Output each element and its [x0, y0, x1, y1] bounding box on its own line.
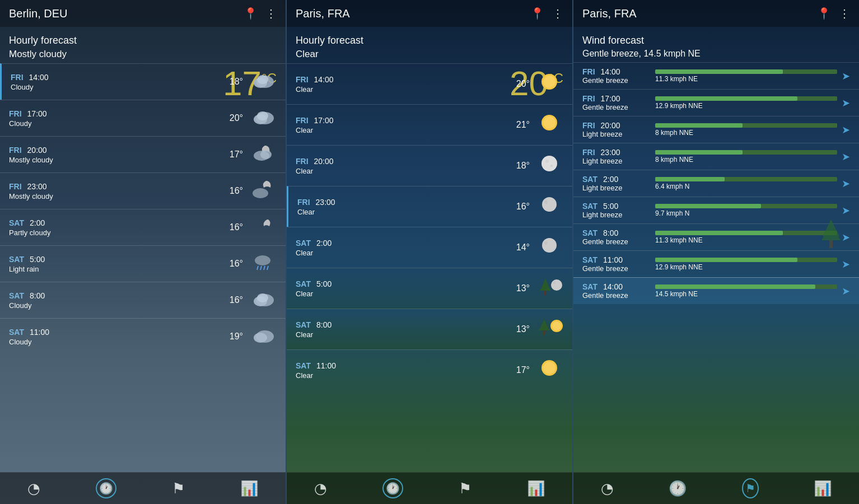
wind-row-left: SAT 11:00 Gentle breeze — [582, 255, 655, 273]
list-item: FRI 14:00 Gentle breeze 11.3 kmph NE ➤ — [573, 62, 859, 89]
sun-icon — [535, 110, 563, 139]
condition-label: Cloudy — [11, 83, 230, 91]
day-label: SAT — [582, 175, 597, 184]
paris-hourly-header-icons: 📍 ⋮ — [530, 7, 563, 20]
location-pin-icon[interactable]: 📍 — [244, 7, 258, 20]
berlin-forecast-label: Hourly forecast — [9, 35, 277, 46]
time-label: 8:00 — [30, 291, 45, 300]
table-row: SAT 8:00 Cloudy 16° — [0, 282, 286, 318]
clock-nav-icon[interactable]: 🕐 — [96, 478, 116, 498]
wind-flag-nav-icon[interactable]: ⚑ — [742, 478, 759, 498]
row-time: SAT 11:00 — [9, 328, 230, 337]
wind-breeze: Gentle breeze — [582, 103, 655, 111]
list-item: SAT 2:00 Light breeze 6.4 kmph N ➤ — [573, 170, 859, 197]
paris-current-condition: Clear — [296, 49, 563, 60]
day-label: FRI — [9, 182, 22, 191]
table-row: FRI 23:00 Mostly cloudy 16° — [0, 172, 286, 209]
table-row: FRI 20:00 Mostly cloudy 17° — [0, 136, 286, 172]
chart-nav-icon[interactable]: 📊 — [527, 480, 545, 497]
row-time: SAT 2:00 — [296, 239, 516, 248]
row-left: SAT 5:00 Clear — [296, 279, 516, 298]
table-row: FRI 23:00 Clear 16° — [287, 186, 572, 227]
mostly-cloudy-night-icon — [249, 179, 277, 203]
wind-flag-nav-icon[interactable]: ⚑ — [172, 480, 185, 497]
paris-wind-section: Wind forecast Gentle breeze, 14.5 kmph N… — [573, 27, 859, 62]
svg-point-9 — [255, 255, 270, 265]
table-row: SAT 11:00 Clear 17° — [287, 349, 572, 390]
location-pin-icon[interactable]: 📍 — [530, 7, 544, 20]
wind-bar-section: 11.3 kmph NNE — [655, 231, 837, 244]
svg-line-13 — [267, 266, 268, 270]
wind-bar-bg — [655, 150, 837, 155]
chart-nav-icon[interactable]: 📊 — [814, 480, 832, 497]
condition-label: Partly cloudy — [9, 228, 230, 237]
more-options-icon[interactable]: ⋮ — [265, 7, 277, 20]
paris-forecast-section: Hourly forecast Clear 20°C — [287, 27, 572, 63]
time-label: 20:00 — [27, 146, 47, 155]
svg-point-8 — [253, 188, 268, 198]
more-options-icon[interactable]: ⋮ — [552, 7, 563, 20]
day-label: SAT — [296, 239, 311, 248]
partly-cloudy-night-icon — [249, 215, 277, 240]
wind-bar-section: 12.9 kmph NNE — [655, 258, 837, 271]
row-temp: 16° — [230, 295, 243, 305]
day-label: SAT — [296, 361, 311, 370]
location-pin-icon[interactable]: 📍 — [817, 7, 831, 20]
day-label: SAT — [582, 202, 597, 211]
svg-rect-37 — [543, 330, 545, 335]
time-label: 5:00 — [603, 202, 618, 211]
row-left: FRI 20:00 Mostly cloudy — [9, 146, 230, 164]
clock-nav-icon[interactable]: 🕐 — [669, 480, 687, 497]
wind-bar-bg — [655, 284, 837, 289]
wind-time-row: SAT 2:00 — [582, 175, 655, 184]
svg-line-10 — [257, 266, 258, 270]
table-row: SAT 8:00 Clear 13° — [287, 309, 572, 349]
wind-speed: 12.9 kmph NNE — [655, 263, 837, 271]
time-label: 17:00 — [601, 94, 620, 103]
row-temp: 18° — [516, 161, 530, 171]
svg-point-25 — [550, 165, 553, 167]
svg-marker-43 — [821, 225, 841, 240]
row-temp: 13° — [516, 324, 530, 334]
condition-label: Clear — [296, 371, 516, 380]
compass-nav-icon[interactable]: ◔ — [601, 480, 614, 497]
row-left: FRI 14:00 Cloudy — [11, 73, 230, 91]
table-row: SAT 5:00 Light rain 16° — [0, 245, 286, 282]
list-item: SAT 11:00 Gentle breeze 12.9 kmph NNE ➤ — [573, 250, 859, 277]
berlin-bottom-nav: ◔ 🕐 ⚑ 📊 — [0, 472, 286, 504]
time-label: 5:00 — [30, 255, 45, 264]
row-temp: 18° — [230, 77, 243, 87]
berlin-panel: Berlin, DEU 📍 ⋮ Hourly forecast Mostly c… — [0, 0, 286, 504]
svg-point-41 — [543, 362, 555, 374]
time-label: 8:00 — [603, 228, 618, 237]
day-label: FRI — [9, 109, 22, 118]
svg-point-23 — [541, 156, 557, 171]
wind-row-left: SAT 8:00 Gentle breeze — [582, 228, 655, 246]
compass-nav-icon[interactable]: ◔ — [27, 480, 40, 497]
clock-nav-icon[interactable]: 🕐 — [382, 478, 403, 498]
compass-nav-icon[interactable]: ◔ — [314, 480, 327, 497]
wind-speed: 11.3 kmph NE — [655, 75, 837, 83]
more-options-icon[interactable]: ⋮ — [839, 7, 850, 20]
row-time: FRI 17:00 — [9, 109, 230, 118]
day-label: SAT — [582, 255, 597, 264]
table-row: SAT 2:00 Partly cloudy 16° — [0, 209, 286, 245]
mostly-cloudy-night-icon — [249, 142, 277, 167]
wind-row-left: FRI 20:00 Light breeze — [582, 121, 655, 138]
row-time: SAT 5:00 — [296, 279, 516, 288]
chart-nav-icon[interactable]: 📊 — [240, 480, 258, 497]
wind-speed: 8 kmph NNE — [655, 129, 837, 137]
day-label: FRI — [9, 146, 22, 155]
time-label: 14:00 — [314, 75, 334, 84]
paris-hourly-panel: Paris, FRA 📍 ⋮ Hourly forecast Clear 20°… — [286, 0, 573, 504]
wind-time-row: FRI 17:00 — [582, 94, 655, 103]
svg-point-2 — [257, 75, 268, 84]
condition-label: Clear — [297, 208, 516, 216]
condition-label: Clear — [296, 290, 516, 298]
cloudy-icon — [249, 324, 277, 349]
row-left: SAT 11:00 Cloudy — [9, 328, 230, 346]
wind-bar-section: 12.9 kmph NNE — [655, 96, 837, 110]
time-label: 23:00 — [27, 182, 47, 191]
paris-forecast-label: Hourly forecast — [296, 35, 563, 46]
wind-flag-nav-icon[interactable]: ⚑ — [459, 480, 471, 497]
